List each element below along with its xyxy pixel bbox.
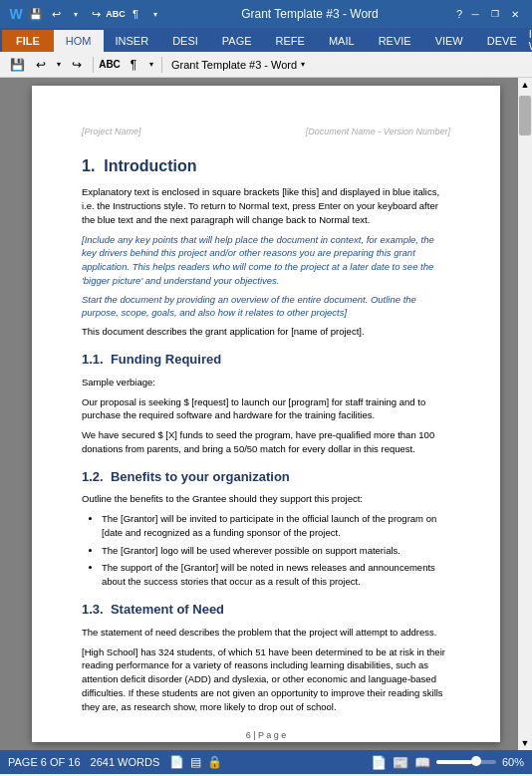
- benefit-item-1: The [Grantor] will be invited to partici…: [102, 512, 450, 540]
- document-title-text: Grant Template #3 - Word: [171, 59, 297, 71]
- scroll-down-arrow[interactable]: ▼: [518, 736, 532, 750]
- view-icon-print[interactable]: 📄: [371, 755, 387, 770]
- document-page: [Project Name] [Document Name - Version …: [32, 86, 500, 742]
- toolbar-undo-btn[interactable]: ↩: [30, 54, 52, 76]
- zoom-percent[interactable]: 60%: [502, 756, 524, 768]
- tab-page-layout[interactable]: PAGE: [210, 30, 264, 52]
- title-text: Grant Template #3 - Word: [163, 7, 456, 21]
- toolbar-format-btn[interactable]: ¶: [123, 54, 144, 76]
- document-title-dropdown[interactable]: Grant Template #3 - Word ▾: [167, 57, 309, 73]
- word-icon: W: [8, 6, 24, 22]
- main-content-area: [Project Name] [Document Name - Version …: [0, 78, 532, 750]
- minimize-button[interactable]: ─: [466, 6, 484, 22]
- toolbar-save-btn[interactable]: 💾: [6, 54, 28, 76]
- intro-body-4: This document describes the grant applic…: [82, 325, 450, 339]
- page-count-label: PAGE 6 OF 16: [8, 756, 81, 768]
- benefit-item-2: The [Grantor] logo will be used wherever…: [102, 544, 450, 558]
- title-controls: ─ ❐ ✕: [466, 6, 524, 22]
- header-doc-version: [Document Name - Version Number]: [306, 126, 450, 138]
- title-bar-app-icons: W 💾 ↩ ▾ ↪ ABC ¶ ▾: [8, 6, 163, 22]
- zoom-fill: [436, 760, 472, 764]
- toolbar-separator-2: [161, 57, 162, 73]
- toolbar-redo-btn[interactable]: ↪: [66, 54, 88, 76]
- tab-file[interactable]: FILE: [2, 30, 54, 52]
- word-count-label: 2641 WORDS: [91, 756, 160, 768]
- funding-para-1: Our proposal is seeking $ [request] to l…: [82, 395, 450, 423]
- dropdown-arrow: ▾: [301, 60, 305, 69]
- header-project-name: [Project Name]: [82, 126, 141, 138]
- status-icon-1[interactable]: 📄: [169, 755, 184, 769]
- section-1-title: Introduction: [104, 157, 196, 174]
- tab-references[interactable]: REFE: [264, 30, 317, 52]
- undo-tb-icon[interactable]: ↩: [48, 6, 64, 22]
- section-1-1-number: 1.1.: [82, 352, 104, 367]
- page-number: 6 | P a g e: [246, 730, 287, 740]
- format-dropdown[interactable]: ▾: [147, 6, 163, 22]
- tab-design[interactable]: DESI: [160, 30, 210, 52]
- quick-access-toolbar: 💾 ↩ ▾ ↪ ABC ¶ ▾ Grant Template #3 - Word…: [0, 52, 532, 78]
- intro-body-3-italic: Start the document by providing an overv…: [82, 293, 450, 321]
- undo-arrow: ▾: [68, 6, 84, 22]
- section-1-3-number: 1.3.: [82, 602, 104, 617]
- restore-button[interactable]: ❐: [486, 6, 504, 22]
- section-1-2-number: 1.2.: [82, 469, 104, 484]
- benefits-intro: Outline the benefits to the Grantee shou…: [82, 492, 450, 506]
- status-icon-3[interactable]: 🔒: [207, 755, 222, 769]
- toolbar-undo-dropdown[interactable]: ▾: [54, 54, 64, 76]
- zoom-slider[interactable]: [436, 760, 496, 764]
- close-button[interactable]: ✕: [506, 6, 524, 22]
- tab-developer[interactable]: DEVE: [475, 30, 529, 52]
- section-1-1-title: Funding Required: [111, 352, 221, 367]
- status-bar: PAGE 6 OF 16 2641 WORDS 📄 ▤ 🔒 📄 📰 📖 60%: [0, 750, 532, 774]
- section-1-2-title: Benefits to your organization: [111, 469, 290, 484]
- scroll-thumb[interactable]: [519, 96, 531, 135]
- tab-home[interactable]: HOM: [54, 30, 104, 52]
- section-1-heading: 1. Introduction: [82, 154, 450, 177]
- tab-review[interactable]: REVIE: [367, 30, 423, 52]
- help-icon[interactable]: ?: [456, 8, 462, 20]
- intro-body-2-italic: [Include any key points that will help p…: [82, 233, 450, 288]
- benefit-item-3: The support of the [Grantor] will be not…: [102, 561, 450, 589]
- ribbon-tabs: FILE HOM INSER DESI PAGE REFE MAIL REVIE…: [0, 28, 532, 52]
- toolbar-separator-1: [93, 57, 94, 73]
- view-icon-read[interactable]: 📖: [414, 755, 430, 770]
- page-footer: 6 | P a g e: [82, 729, 450, 742]
- tab-view[interactable]: VIEW: [423, 30, 475, 52]
- scroll-up-arrow[interactable]: ▲: [518, 78, 532, 92]
- status-right-area: 📄 📰 📖 60%: [371, 755, 524, 770]
- status-icon-2[interactable]: ▤: [190, 755, 201, 769]
- vertical-scrollbar[interactable]: ▲ ▼: [518, 78, 532, 750]
- section-1-3-title: Statement of Need: [111, 602, 224, 617]
- ribbon: FILE HOM INSER DESI PAGE REFE MAIL REVIE…: [0, 28, 532, 52]
- redo-tb-icon[interactable]: ↪: [88, 6, 104, 22]
- save-tb-icon[interactable]: 💾: [28, 6, 44, 22]
- format-tb-icon[interactable]: ¶: [128, 6, 143, 22]
- statement-para-2: [High School] has 324 students, of which…: [82, 646, 450, 714]
- zoom-handle[interactable]: [471, 756, 481, 766]
- spell-tb-icon[interactable]: ABC: [108, 6, 124, 22]
- section-1-3-heading: 1.3. Statement of Need: [82, 601, 450, 620]
- section-1-1-heading: 1.1. Funding Required: [82, 351, 450, 370]
- view-icon-web[interactable]: 📰: [393, 755, 408, 770]
- status-icons: 📄 ▤ 🔒: [169, 755, 222, 769]
- page-header: [Project Name] [Document Name - Version …: [82, 126, 450, 138]
- funding-para-2: We have secured $ [X] funds to seed the …: [82, 428, 450, 456]
- tab-mail[interactable]: MAIL: [317, 30, 367, 52]
- intro-body-1: Explanatory text is enclosed in square b…: [82, 185, 450, 226]
- section-1-number: 1.: [82, 157, 95, 174]
- funding-sample-label: Sample verbiage:: [82, 376, 450, 389]
- section-1-2-heading: 1.2. Benefits to your organization: [82, 468, 450, 487]
- statement-para-1: The statement of need describes the prob…: [82, 626, 450, 640]
- tab-insert[interactable]: INSER: [104, 30, 161, 52]
- toolbar-spell-btn[interactable]: ABC: [99, 54, 121, 76]
- toolbar-format-dropdown[interactable]: ▾: [146, 54, 156, 76]
- title-bar: W 💾 ↩ ▾ ↪ ABC ¶ ▾ Grant Template #3 - Wo…: [0, 0, 532, 28]
- benefits-bullets: The [Grantor] will be invited to partici…: [102, 512, 450, 589]
